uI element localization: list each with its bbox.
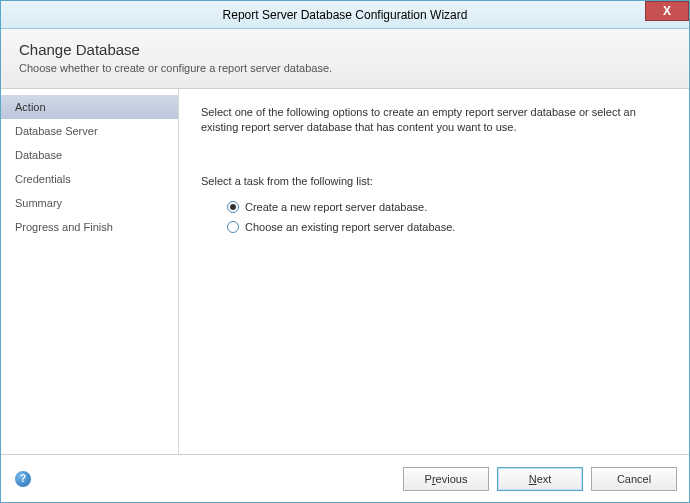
cancel-button[interactable]: Cancel [591,467,677,491]
option-label: Create a new report server database. [245,201,427,213]
next-button[interactable]: Next [497,467,583,491]
step-action[interactable]: Action [1,95,178,119]
radio-icon [227,201,239,213]
titlebar: Report Server Database Configuration Wiz… [1,1,689,29]
step-database-server[interactable]: Database Server [1,119,178,143]
instruction-text: Select one of the following options to c… [201,105,667,135]
close-button[interactable]: X [645,1,689,21]
page-subtitle: Choose whether to create or configure a … [19,62,671,74]
option-label: Choose an existing report server databas… [245,221,455,233]
radio-icon [227,221,239,233]
step-credentials[interactable]: Credentials [1,167,178,191]
task-list-label: Select a task from the following list: [201,175,667,187]
step-progress-finish[interactable]: Progress and Finish [1,215,178,239]
main-panel: Select one of the following options to c… [179,89,689,454]
window-title: Report Server Database Configuration Wiz… [1,8,689,22]
header-banner: Change Database Choose whether to create… [1,29,689,89]
step-database[interactable]: Database [1,143,178,167]
wizard-window: Report Server Database Configuration Wiz… [0,0,690,503]
help-icon[interactable]: ? [15,471,31,487]
wizard-steps-sidebar: Action Database Server Database Credenti… [1,89,179,454]
content-row: Action Database Server Database Credenti… [1,89,689,454]
option-create-new[interactable]: Create a new report server database. [227,201,667,213]
page-title: Change Database [19,41,671,58]
option-choose-existing[interactable]: Choose an existing report server databas… [227,221,667,233]
footer-bar: ? Previous Next Cancel [1,454,689,502]
previous-button[interactable]: Previous [403,467,489,491]
step-summary[interactable]: Summary [1,191,178,215]
task-radio-group: Create a new report server database. Cho… [201,201,667,233]
close-icon: X [663,4,671,18]
